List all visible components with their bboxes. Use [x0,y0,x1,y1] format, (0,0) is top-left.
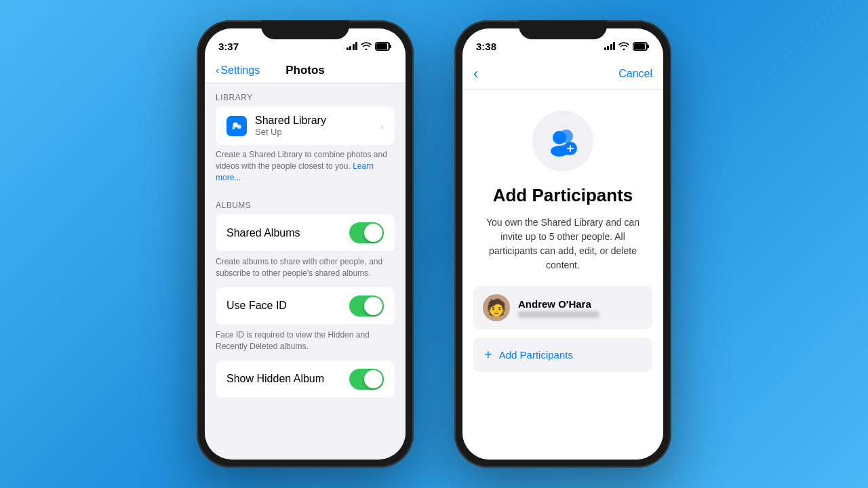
shared-library-title: Shared Library [255,115,372,127]
svg-rect-2 [376,43,387,49]
albums-section-label: ALBUMS [205,191,406,214]
participant-row: 🧑 Andrew O'Hara [473,286,652,329]
phone-1: 3:37 [197,20,414,468]
status-icons-2 [604,42,650,51]
face-id-toggle[interactable] [349,296,384,317]
time-1: 3:37 [218,41,239,52]
participant-avatar: 🧑 [483,294,510,321]
shared-library-item[interactable]: Shared Library Set Up › [216,106,395,145]
back-button-2[interactable]: ‹ [473,65,478,83]
svg-rect-10 [648,45,649,48]
battery-icon-2 [633,42,650,51]
shared-library-text: Shared Library Set Up [255,115,372,137]
svg-point-5 [237,124,241,128]
show-hidden-toggle[interactable] [349,369,384,390]
add-participants-title: Add Participants [462,185,663,206]
svg-point-6 [232,126,235,129]
blurred-email [518,311,599,318]
face-id-description: Face ID is required to view the Hidden a… [205,325,406,361]
shared-library-icon [226,116,247,136]
nav-bar-2: ‹ Cancel [462,58,663,90]
wifi-icon [361,42,372,50]
chevron-right-icon: › [380,121,384,131]
face-id-list-group: Use Face ID [216,287,395,325]
status-icons-1 [347,42,393,51]
page-title-1: Photos [285,64,325,77]
albums-list-group: Shared Albums [216,214,395,252]
participants-icon-wrap [462,110,663,171]
plus-icon: + [484,347,492,363]
nav-bar-1: ‹ Settings Photos [205,58,406,83]
show-hidden-row[interactable]: Show Hidden Album [216,361,395,399]
back-button[interactable]: ‹ Settings [216,64,260,77]
wifi-icon-2 [618,42,629,50]
shared-albums-toggle[interactable] [349,222,384,243]
library-list-group: Shared Library Set Up › [216,106,395,145]
participant-name: Andrew O'Hara [518,298,643,310]
time-2: 3:38 [476,41,496,52]
add-participants-icon [545,123,581,159]
library-description: Create a Shared Library to combine photo… [205,145,406,191]
add-participants-content: Add Participants You own the Shared Libr… [462,90,663,460]
toggle-knob [364,224,382,242]
add-participants-button-label: Add Participants [499,349,573,361]
use-face-id-row[interactable]: Use Face ID [216,287,395,325]
cancel-button[interactable]: Cancel [618,68,652,80]
library-section-label: LIBRARY [205,83,406,106]
phone-2: 3:38 [454,20,671,468]
chevron-back-icon: ‹ [216,64,219,77]
show-hidden-label: Show Hidden Album [226,373,324,385]
toggle-knob-hidden [364,370,382,388]
participant-info: Andrew O'Hara [518,298,643,318]
shared-library-subtitle: Set Up [255,127,372,137]
toggle-knob-face-id [364,297,382,315]
back-label[interactable]: Settings [220,64,260,77]
notch [261,20,349,39]
albums-description: Create albums to share with other people… [205,252,406,287]
hidden-album-list-group: Show Hidden Album [216,361,395,399]
shared-albums-row[interactable]: Shared Albums [216,214,395,252]
add-participants-button[interactable]: + Add Participants [473,338,652,372]
svg-rect-17 [570,145,571,152]
participants-description: You own the Shared Library and can invit… [462,216,663,272]
svg-rect-3 [390,45,391,48]
settings-content: LIBRARY Shared Library Set Up › [205,83,406,455]
participant-email [518,311,643,318]
signal-icon-2 [604,42,616,50]
notch-2 [519,20,607,39]
use-face-id-label: Use Face ID [226,300,287,312]
svg-rect-9 [634,43,645,49]
shared-albums-label: Shared Albums [226,227,300,239]
battery-icon [375,42,392,51]
signal-icon [347,42,358,50]
participants-icon-circle [532,110,593,171]
svg-point-13 [553,131,566,144]
